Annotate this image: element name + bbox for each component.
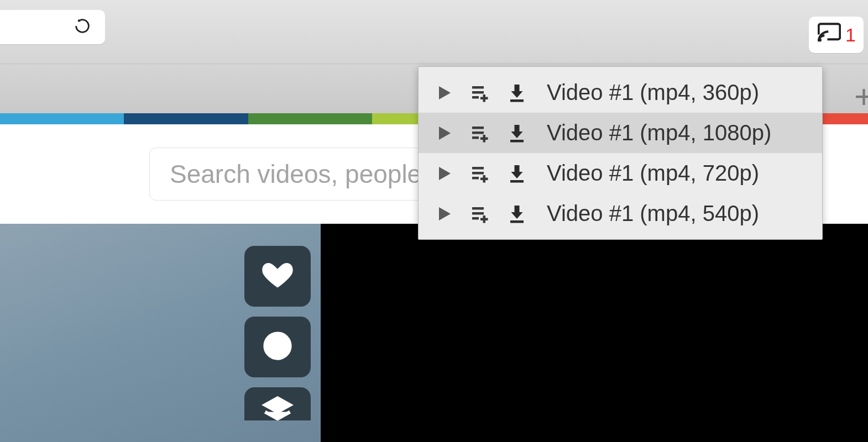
add-to-queue-icon[interactable] xyxy=(470,123,490,143)
add-to-queue-icon[interactable] xyxy=(470,204,490,224)
layers-icon xyxy=(261,394,294,420)
browser-toolbar: 1 xyxy=(0,0,868,64)
video-option-label: Video #1 (mp4, 360p) xyxy=(547,80,807,105)
watch-later-button[interactable] xyxy=(244,317,311,377)
svg-rect-22 xyxy=(480,177,488,180)
video-list-dropdown: Video #1 (mp4, 360p)Video #1 (mp4, 1080p… xyxy=(418,66,823,240)
download-icon[interactable] xyxy=(507,204,527,224)
svg-rect-29 xyxy=(480,218,488,220)
svg-rect-18 xyxy=(472,167,484,170)
svg-rect-24 xyxy=(510,180,524,183)
svg-rect-11 xyxy=(472,127,484,129)
play-icon[interactable] xyxy=(434,83,454,103)
video-option-row[interactable]: Video #1 (mp4, 540p) xyxy=(419,193,822,234)
svg-rect-13 xyxy=(472,136,479,139)
svg-rect-16 xyxy=(515,125,520,131)
download-icon[interactable] xyxy=(507,123,527,143)
thumbnail-actions xyxy=(244,246,311,420)
video-option-row[interactable]: Video #1 (mp4, 720p) xyxy=(419,153,822,193)
svg-rect-6 xyxy=(472,96,479,99)
add-to-queue-icon[interactable] xyxy=(470,164,490,183)
svg-rect-9 xyxy=(515,85,520,91)
add-tab-icon[interactable]: + xyxy=(854,77,868,115)
svg-rect-8 xyxy=(480,97,488,99)
cast-extension-button[interactable]: 1 xyxy=(809,17,864,53)
video-player-area[interactable] xyxy=(321,224,868,442)
collections-button[interactable] xyxy=(244,387,311,420)
svg-rect-23 xyxy=(515,165,520,172)
svg-rect-30 xyxy=(515,206,520,212)
svg-point-2 xyxy=(818,39,822,42)
download-icon[interactable] xyxy=(507,83,527,103)
play-icon[interactable] xyxy=(434,164,454,183)
svg-rect-12 xyxy=(472,131,484,134)
svg-rect-4 xyxy=(472,86,484,89)
video-option-label: Video #1 (mp4, 720p) xyxy=(547,161,807,186)
play-icon[interactable] xyxy=(434,123,454,143)
svg-rect-15 xyxy=(480,137,488,140)
cast-badge-count: 1 xyxy=(845,24,856,46)
address-bar[interactable] xyxy=(0,10,105,44)
clock-icon xyxy=(261,329,294,365)
svg-rect-17 xyxy=(510,140,524,143)
page-content xyxy=(0,224,868,442)
video-option-label: Video #1 (mp4, 540p) xyxy=(547,201,807,226)
svg-rect-10 xyxy=(510,99,524,102)
play-icon[interactable] xyxy=(434,204,454,224)
like-button[interactable] xyxy=(244,246,311,307)
svg-rect-25 xyxy=(472,207,484,210)
svg-rect-5 xyxy=(472,91,484,94)
svg-rect-20 xyxy=(472,177,479,180)
svg-rect-27 xyxy=(472,217,479,220)
video-option-row[interactable]: Video #1 (mp4, 1080p) xyxy=(419,113,822,153)
cast-icon xyxy=(818,22,841,48)
video-thumbnail[interactable] xyxy=(0,224,321,442)
heart-icon xyxy=(261,259,294,294)
add-to-queue-icon[interactable] xyxy=(470,83,490,103)
reload-icon[interactable] xyxy=(73,17,92,38)
svg-rect-31 xyxy=(510,220,524,223)
svg-rect-19 xyxy=(472,172,484,175)
download-icon[interactable] xyxy=(507,164,527,183)
svg-rect-26 xyxy=(472,212,484,215)
video-option-label: Video #1 (mp4, 1080p) xyxy=(547,120,807,145)
video-option-row[interactable]: Video #1 (mp4, 360p) xyxy=(419,72,822,113)
